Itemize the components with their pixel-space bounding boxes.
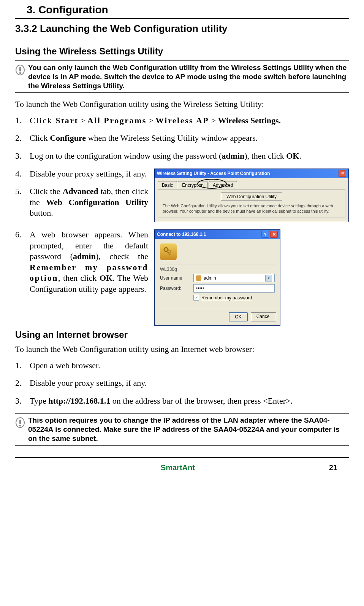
remember-password-label: Remember my password [201, 295, 252, 301]
step-number: 6. [15, 229, 24, 295]
step-number: 2. [15, 133, 24, 144]
svg-rect-7 [19, 420, 21, 424]
note-block-1: You can only launch the Web Configuratio… [15, 60, 349, 93]
dialog-section-label: WL330g [160, 267, 275, 272]
intro-2: To launch the Web Configuration utility … [15, 344, 349, 355]
password-label: Password: [160, 286, 190, 291]
step-b2-text: Disable your proxy settings, if any. [30, 378, 349, 389]
section-title: 3.3.2 Launching the Web Configuration ut… [15, 23, 349, 35]
step-6-text: A web browser appears. When prompted, en… [30, 229, 148, 295]
steps-list-2: 1. Open a web browser. 2. Disable your p… [15, 360, 349, 407]
wireless-setting-utility-window: Wireless Setting Utility - Access Point … [154, 169, 349, 223]
subhead-wireless-settings: Using the Wireless Settings Utility [15, 46, 349, 57]
keys-icon [160, 243, 177, 260]
step-number: 1. [15, 115, 24, 126]
chapter-title: 3. Configuration [27, 4, 349, 16]
svg-point-2 [19, 72, 21, 74]
username-field[interactable]: admin ▾ [193, 274, 275, 282]
svg-point-8 [19, 425, 21, 426]
intro-1: To launch the Web Configuration utility … [15, 99, 349, 110]
step-4-text: Disable your proxy settings, if any. [30, 169, 148, 180]
ok-button[interactable]: OK [229, 312, 247, 321]
tab-advanced[interactable]: Advanced [209, 181, 237, 189]
step-b1-text: Open a web browser. [30, 360, 349, 371]
footer-brand: SmartAnt [161, 463, 195, 472]
connect-dialog: Connect to 192.168.1.1 ? ✕ [154, 229, 280, 326]
step-5-text: Click the Advanced tab, then click the W… [30, 186, 148, 219]
window-hint-text: The Web Configuration Utility allows you… [163, 203, 340, 214]
step-b3-text: Type http://192.168.1.1 on the address b… [30, 396, 349, 407]
step-number: 3. [15, 396, 24, 407]
warning-icon [15, 417, 25, 430]
user-icon [196, 275, 201, 281]
chevron-down-icon[interactable]: ▾ [265, 275, 272, 282]
remember-password-checkbox[interactable]: ✓ [193, 295, 199, 301]
step-2-text: Click Configure when the Wireless Settin… [30, 133, 349, 144]
dialog-title: Connect to 192.168.1.1 [157, 232, 206, 237]
footer-page-number: 21 [329, 463, 337, 472]
help-icon[interactable]: ? [261, 231, 269, 238]
cancel-button[interactable]: Cancel [251, 312, 276, 321]
warning-icon [15, 65, 25, 78]
note-block-2: This option requires you to change the I… [15, 413, 349, 445]
page-footer: SmartAnt 21 [15, 457, 349, 472]
step-number: 5. [15, 186, 24, 219]
step-number: 2. [15, 378, 24, 389]
divider [15, 18, 349, 19]
svg-point-5 [168, 250, 171, 253]
steps-list-1: 1. Click Start > All Programs > Wireless… [15, 115, 349, 162]
note-text-2: This option requires you to change the I… [28, 416, 349, 443]
username-label: User name: [160, 275, 190, 281]
password-field[interactable]: ••••• [193, 284, 275, 293]
window-title: Wireless Setting Utility - Access Point … [157, 171, 270, 176]
step-number: 3. [15, 151, 24, 162]
step-number: 1. [15, 360, 24, 371]
step-number: 4. [15, 169, 24, 180]
web-config-utility-button[interactable]: Web Configuration Utility [221, 192, 282, 201]
close-icon[interactable]: ✕ [270, 231, 278, 238]
svg-rect-1 [19, 67, 21, 72]
note-text-1: You can only launch the Web Configuratio… [28, 63, 349, 90]
close-icon[interactable]: ✕ [339, 170, 346, 177]
tab-basic[interactable]: Basic [158, 181, 177, 189]
tab-encryption[interactable]: Encryption [178, 181, 208, 189]
step-1-text: Click Start > All Programs > Wireless AP… [30, 115, 349, 126]
subhead-internet-browser: Using an Internet browser [15, 329, 349, 340]
step-3-text: Log on to the configuration window using… [30, 151, 349, 162]
